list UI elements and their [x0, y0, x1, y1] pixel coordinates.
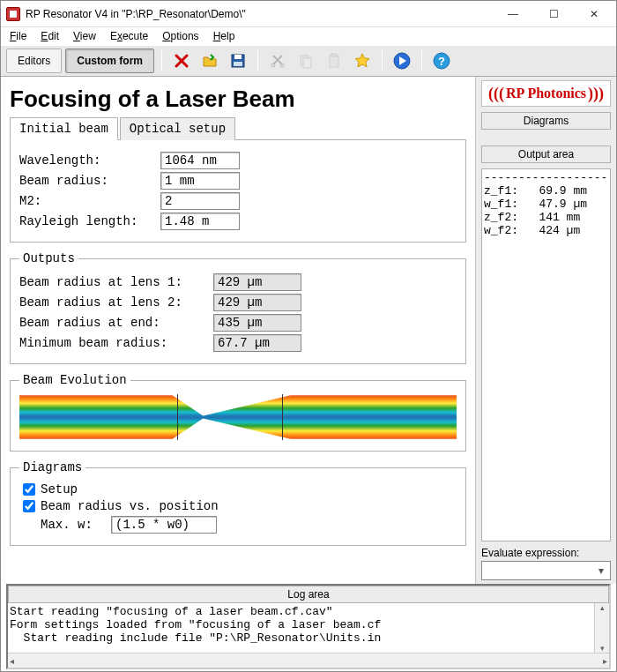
out-lens2-label: Beam radius at lens 2: — [19, 295, 213, 310]
bvp-checkbox-label: Beam radius vs. position — [41, 499, 219, 513]
app-icon — [6, 7, 20, 21]
save-icon[interactable] — [226, 49, 250, 73]
toolbar-separator — [382, 50, 383, 71]
title-bar: RP Resonator V4 in "P:\RP_Resonator\Demo… — [1, 1, 616, 27]
menu-view[interactable]: View — [68, 28, 101, 44]
setup-checkbox-label: Setup — [41, 482, 78, 497]
tab-strip: Initial beam Optical setup — [10, 116, 466, 140]
maxw-label: Max. w: — [41, 518, 111, 532]
menu-file[interactable]: File — [4, 28, 32, 44]
tab-initial-beam[interactable]: Initial beam — [10, 117, 118, 140]
diagrams-button[interactable]: Diagrams — [481, 112, 611, 130]
outputs-legend: Outputs — [19, 251, 78, 265]
tab-body-initial-beam: Wavelength: 1064 nm Beam radius: 1 mm M2… — [10, 140, 466, 243]
help-icon[interactable]: ? — [429, 49, 454, 73]
setup-checkbox[interactable] — [23, 483, 35, 496]
rayleigh-label: Rayleigh length: — [19, 214, 160, 228]
favorite-icon[interactable] — [350, 49, 375, 73]
outputs-group: Outputs Beam radius at lens 1: 429 µm Be… — [10, 251, 466, 364]
out-lens1-value: 429 µm — [213, 273, 301, 291]
wavelength-label: Wavelength: — [19, 153, 160, 168]
bvp-checkbox[interactable] — [23, 500, 35, 512]
toolbar: Editors Custom form ? — [1, 45, 616, 77]
out-min-value: 67.7 µm — [213, 334, 301, 352]
tab-optical-setup[interactable]: Optical setup — [120, 117, 235, 140]
svg-text:?: ? — [438, 55, 445, 68]
beam-evolution-legend: Beam Evolution — [19, 373, 130, 387]
run-icon[interactable] — [390, 49, 414, 73]
menu-edit[interactable]: Edit — [35, 28, 64, 44]
maxw-input[interactable]: (1.5 * w0) — [111, 516, 217, 534]
svg-rect-6 — [303, 58, 311, 68]
log-text: Start reading "focusing of a laser beam.… — [8, 603, 609, 653]
output-area-text: ------------------ z_f1: 69.9 mm w_f1: 4… — [481, 168, 611, 541]
evaluate-expression-label: Evaluate expression: — [481, 547, 611, 559]
delete-icon[interactable] — [169, 49, 194, 73]
menu-bar: File Edit View Execute Options Help — [1, 27, 616, 45]
open-icon[interactable] — [197, 49, 222, 73]
out-end-value: 435 µm — [213, 314, 301, 332]
svg-rect-1 — [234, 55, 242, 59]
paste-icon[interactable] — [322, 49, 346, 73]
beam-evolution-group: Beam Evolution — [10, 373, 466, 452]
out-lens1-label: Beam radius at lens 1: — [19, 275, 213, 289]
page-title: Focusing of a Laser Beam — [10, 86, 466, 113]
menu-help[interactable]: Help — [208, 28, 241, 44]
beam-radius-input[interactable]: 1 mm — [160, 172, 240, 190]
evaluate-expression-combo[interactable]: ▾ — [481, 561, 611, 580]
m2-label: M2: — [19, 194, 160, 208]
minimize-button[interactable]: — — [493, 1, 533, 26]
out-min-label: Minimum beam radius: — [19, 336, 213, 350]
rp-photonics-logo: RP Photonics — [481, 80, 611, 107]
log-area-header: Log area — [8, 586, 609, 603]
output-area-header: Output area — [481, 146, 611, 163]
editors-button[interactable]: Editors — [6, 49, 62, 73]
log-horizontal-scrollbar[interactable]: ◂▸ — [8, 653, 609, 668]
toolbar-separator — [257, 50, 258, 71]
beam-evolution-plot — [19, 392, 457, 442]
beam-radius-label: Beam radius: — [19, 174, 160, 188]
m2-input[interactable]: 2 — [160, 192, 240, 210]
chevron-down-icon: ▾ — [594, 564, 608, 577]
out-end-label: Beam radius at end: — [19, 316, 213, 330]
svg-rect-2 — [234, 62, 242, 66]
log-vertical-scrollbar[interactable]: ▴▾ — [594, 603, 609, 653]
rayleigh-input[interactable]: 1.48 m — [160, 213, 240, 230]
out-lens2-value: 429 µm — [213, 294, 301, 311]
window-title: RP Resonator V4 in "P:\RP_Resonator\Demo… — [26, 8, 493, 20]
svg-rect-8 — [331, 54, 337, 56]
diagrams-legend: Diagrams — [19, 460, 85, 474]
custom-form-button[interactable]: Custom form — [65, 49, 154, 73]
menu-execute[interactable]: Execute — [105, 28, 153, 44]
log-area: Log area Start reading "focusing of a la… — [6, 584, 611, 669]
toolbar-separator — [421, 50, 422, 71]
wavelength-input[interactable]: 1064 nm — [160, 152, 240, 169]
svg-rect-7 — [330, 56, 338, 67]
diagrams-group: Diagrams Setup Beam radius vs. position … — [10, 460, 466, 546]
copy-icon[interactable] — [294, 49, 318, 73]
toolbar-separator — [161, 50, 162, 71]
cut-icon[interactable] — [265, 49, 290, 73]
maximize-button[interactable]: ☐ — [533, 1, 574, 26]
close-button[interactable]: ✕ — [574, 1, 614, 26]
menu-options[interactable]: Options — [157, 28, 204, 44]
